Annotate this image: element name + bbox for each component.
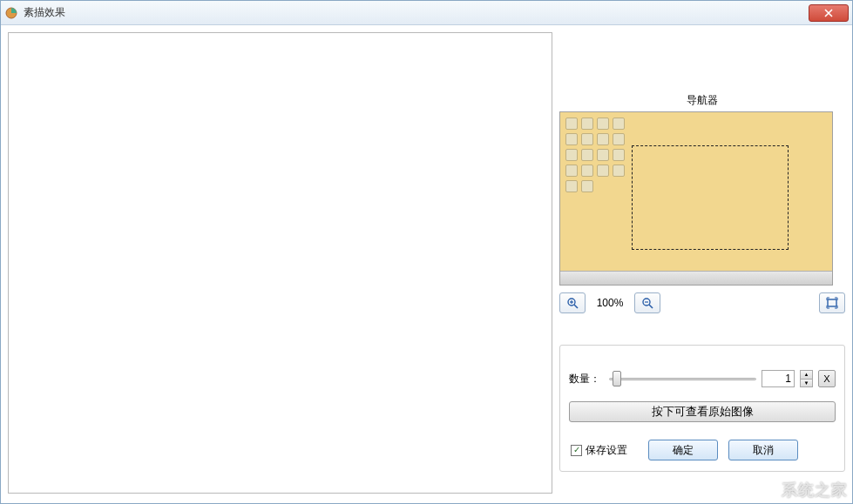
- navigator-viewport-rect[interactable]: [632, 145, 789, 250]
- titlebar: 素描效果: [1, 1, 852, 25]
- cancel-button[interactable]: 取消: [728, 440, 798, 460]
- amount-input[interactable]: [762, 370, 795, 387]
- view-original-button[interactable]: 按下可查看原始图像: [569, 401, 836, 422]
- app-icon: [4, 6, 18, 20]
- ok-button[interactable]: 确定: [648, 440, 718, 460]
- footer-row: 保存设置 确定 取消: [569, 436, 836, 460]
- dialog-window: 素描效果 导航器: [0, 0, 853, 504]
- window-title: 素描效果: [24, 5, 809, 20]
- content-area: 导航器 1: [1, 25, 852, 503]
- amount-row: 数量： ▲ ▼ X: [569, 370, 836, 387]
- parameters-group: 数量： ▲ ▼ X 按下可查看原始图像 保: [559, 345, 845, 472]
- navigator-section: 导航器 1: [559, 93, 845, 313]
- svg-rect-8: [828, 299, 836, 306]
- preview-canvas[interactable]: [8, 32, 552, 494]
- svg-line-2: [574, 305, 578, 308]
- save-settings-checkbox[interactable]: [571, 445, 582, 456]
- save-settings-label: 保存设置: [586, 443, 627, 458]
- zoom-percent: 100%: [592, 297, 627, 309]
- spinner-up[interactable]: ▲: [801, 371, 812, 380]
- amount-label: 数量：: [569, 372, 604, 386]
- spinner-down[interactable]: ▼: [801, 380, 812, 387]
- amount-slider[interactable]: [609, 370, 756, 387]
- navigator-thumbnail[interactable]: [559, 111, 833, 286]
- slider-thumb[interactable]: [613, 371, 621, 386]
- thumbnail-desktop-icons: [565, 118, 626, 192]
- reset-x-button[interactable]: X: [818, 370, 836, 387]
- zoom-controls: 100%: [559, 292, 845, 313]
- amount-spinner[interactable]: ▲ ▼: [800, 370, 813, 387]
- zoom-out-button[interactable]: [634, 292, 660, 313]
- save-settings-checkbox-wrap[interactable]: 保存设置: [571, 443, 627, 458]
- thumbnail-taskbar: [560, 271, 832, 285]
- svg-line-6: [649, 305, 653, 308]
- fit-button[interactable]: [819, 292, 845, 313]
- side-panel: 导航器 1: [559, 32, 845, 496]
- navigator-label: 导航器: [559, 93, 845, 108]
- close-button[interactable]: [809, 4, 849, 22]
- zoom-in-button[interactable]: [559, 292, 586, 313]
